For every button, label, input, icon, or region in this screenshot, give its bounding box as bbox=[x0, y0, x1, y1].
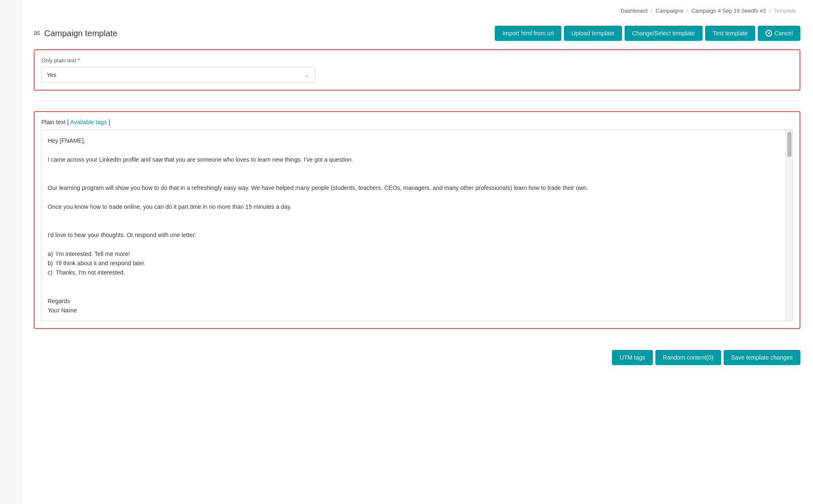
breadcrumb-sep-3: > bbox=[768, 8, 771, 14]
breadcrumb-dashboard[interactable]: Dashboard bbox=[621, 8, 648, 14]
plain-text-textarea[interactable]: Hey [FNAME], I came across your LinkedIn… bbox=[42, 130, 792, 320]
divider bbox=[34, 101, 800, 101]
breadcrumb-sep-2: > bbox=[686, 8, 689, 14]
only-plain-text-section: Only plain text * Yes No ⌄ bbox=[34, 49, 800, 91]
page-wrapper: Dashboard > Campaigns > Campaign 4 Sep 1… bbox=[0, 0, 813, 504]
plain-text-label-text: Only plain text bbox=[41, 57, 76, 64]
breadcrumb: Dashboard > Campaigns > Campaign 4 Sep 1… bbox=[34, 0, 800, 18]
test-template-button[interactable]: Test template bbox=[705, 26, 755, 41]
upload-template-button[interactable]: Upload template bbox=[564, 26, 622, 41]
envelope-icon: ✉ bbox=[34, 29, 40, 38]
random-content-button[interactable]: Random content(0) bbox=[655, 350, 721, 365]
bottom-toolbar: UTM tags Random content(0) Save template… bbox=[34, 341, 800, 369]
save-template-button[interactable]: Save template changes bbox=[724, 350, 800, 365]
sidebar bbox=[0, 0, 21, 504]
bracket-open: [ bbox=[67, 119, 69, 125]
import-html-button[interactable]: Import html from url bbox=[495, 26, 561, 41]
plain-text-section-label: Plain text [ Available tags ] bbox=[41, 119, 793, 125]
main-content: Dashboard > Campaigns > Campaign 4 Sep 1… bbox=[21, 0, 813, 382]
utm-tags-button[interactable]: UTM tags bbox=[612, 350, 653, 365]
toolbar-buttons: Import html from url Upload template Cha… bbox=[495, 26, 800, 41]
plain-text-field-label: Only plain text * bbox=[41, 57, 793, 64]
plain-text-area-wrapper: Hey [FNAME], I came across your LinkedIn… bbox=[41, 130, 793, 321]
available-tags-link[interactable]: Available tags bbox=[70, 119, 107, 125]
change-select-template-button[interactable]: Change/Select template bbox=[625, 26, 703, 41]
bracket-close: ] bbox=[108, 119, 110, 125]
scrollbar[interactable] bbox=[786, 130, 792, 321]
scrollbar-thumb bbox=[787, 132, 792, 157]
plain-text-content-section: Plain text [ Available tags ] Hey [FNAME… bbox=[34, 111, 800, 329]
only-plain-text-select[interactable]: Yes No bbox=[42, 67, 315, 83]
only-plain-text-select-wrapper: Yes No ⌄ bbox=[41, 67, 315, 83]
cancel-circle-icon: ✕ bbox=[765, 30, 772, 37]
page-title-text: Campaign template bbox=[44, 29, 117, 38]
plain-text-section-title: Plain text bbox=[41, 119, 66, 125]
page-header: ✉ Campaign template Import html from url… bbox=[34, 18, 800, 49]
cancel-button[interactable]: ✕ Cancel bbox=[758, 26, 800, 41]
breadcrumb-campaigns[interactable]: Campaigns bbox=[655, 8, 683, 14]
breadcrumb-campaign[interactable]: Campaign 4 Sep 19 Seedfx #3 bbox=[691, 8, 766, 14]
cancel-label: Cancel bbox=[774, 30, 793, 37]
breadcrumb-template: Template bbox=[774, 8, 796, 14]
page-title: ✉ Campaign template bbox=[34, 29, 117, 38]
breadcrumb-sep-1: > bbox=[650, 8, 653, 14]
required-star: * bbox=[78, 57, 80, 64]
